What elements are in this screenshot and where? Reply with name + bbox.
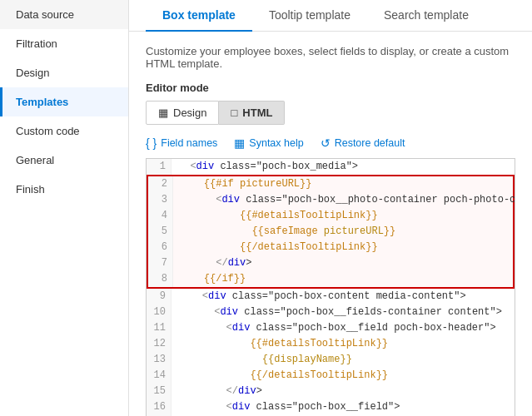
html-label: HTML — [242, 106, 272, 119]
sidebar-item-finish[interactable]: Finish — [0, 175, 128, 204]
toolbar: { } Field names ▦ Syntax help ↺ Restore … — [146, 136, 515, 150]
line-content: {{/detailsTooltipLink}} — [173, 240, 385, 255]
syntax-help-icon: ▦ — [234, 136, 245, 150]
html-mode-button[interactable]: □ HTML — [219, 101, 285, 125]
line-content: </div> — [173, 255, 258, 271]
line-number: 6 — [148, 240, 173, 255]
line-content: {{#detailsTooltipLink}} — [173, 208, 385, 224]
sidebar-item-general[interactable]: General — [0, 146, 128, 175]
html-icon: □ — [231, 106, 237, 119]
line-content: <div class="poch-box__field"> — [172, 399, 406, 415]
line-content: {{/detailsTooltipLink}} — [172, 368, 395, 384]
restore-default-button[interactable]: ↺ Restore default — [321, 136, 405, 150]
field-names-label: Field names — [161, 137, 217, 149]
code-line: 8 {{/if}} — [148, 271, 513, 287]
sidebar-item-design[interactable]: Design — [0, 58, 128, 87]
code-line: 7 </div> — [148, 255, 513, 271]
syntax-help-label: Syntax help — [249, 137, 303, 149]
line-number: 8 — [148, 271, 173, 287]
line-number: 7 — [148, 255, 173, 271]
line-content: {{#detailsTooltipLink}} — [172, 336, 395, 352]
line-number: 9 — [147, 289, 172, 305]
line-number: 1 — [147, 159, 172, 175]
editor-mode-buttons: ▦ Design □ HTML — [146, 101, 515, 125]
restore-icon: ↺ — [321, 136, 331, 150]
line-number: 16 — [147, 399, 172, 415]
code-line: 6 {{/detailsTooltipLink}} — [148, 240, 513, 255]
line-number: 10 — [147, 305, 172, 320]
tab-search[interactable]: Search template — [367, 0, 485, 32]
sidebar-item-filtration[interactable]: Filtration — [0, 29, 128, 58]
description-text: Customize your employee boxes, select fi… — [146, 45, 515, 70]
line-content: <div class="poch-box__field poch-box-hea… — [172, 320, 503, 336]
code-line: 5 {{safeImage pictureURL}} — [148, 224, 513, 240]
design-label: Design — [173, 106, 206, 119]
line-content: {{/if}} — [173, 271, 252, 287]
code-line: 9 <div class="poch-box-content media-con… — [147, 289, 515, 305]
code-line: 12 {{#detailsTooltipLink}} — [147, 336, 515, 352]
tab-box[interactable]: Box template — [146, 0, 252, 32]
code-line: 1 <div class="poch-box_media"> — [147, 159, 515, 175]
line-content: <div class="poch-box-content media-conte… — [172, 289, 473, 305]
line-content: <div class="poch-box__fields-container c… — [172, 305, 509, 320]
line-number: 13 — [147, 352, 172, 368]
main-content: Box templateTooltip templateSearch templ… — [129, 0, 532, 416]
sidebar-item-data-source[interactable]: Data source — [0, 0, 128, 29]
line-content: </div> — [172, 384, 269, 399]
line-number: 3 — [148, 192, 173, 208]
sidebar-item-custom-code[interactable]: Custom code — [0, 116, 128, 146]
code-line: 15 </div> — [147, 384, 515, 399]
highlighted-code-block: 2 {{#if pictureURL}}3 <div class="poch-b… — [147, 175, 515, 289]
design-icon: ▦ — [158, 106, 168, 119]
code-line: 10 <div class="poch-box__fields-containe… — [147, 305, 515, 320]
line-number: 5 — [148, 224, 173, 240]
line-number: 11 — [147, 320, 172, 336]
code-line: 3 <div class="poch-box__photo-container … — [148, 192, 513, 208]
restore-label: Restore default — [335, 137, 405, 149]
content-area: Customize your employee boxes, select fi… — [129, 32, 532, 416]
code-line: 11 <div class="poch-box__field poch-box-… — [147, 320, 515, 336]
sidebar-item-templates[interactable]: Templates — [0, 87, 128, 116]
tab-tooltip[interactable]: Tooltip template — [252, 0, 367, 32]
code-line: 14 {{/detailsTooltipLink}} — [147, 368, 515, 384]
code-line: 16 <div class="poch-box__field"> — [147, 399, 515, 415]
editor-mode-label: Editor mode — [146, 82, 515, 94]
design-mode-button[interactable]: ▦ Design — [146, 101, 219, 125]
line-number: 14 — [147, 368, 172, 384]
code-line: 2 {{#if pictureURL}} — [148, 176, 513, 192]
line-number: 15 — [147, 384, 172, 399]
line-number: 12 — [147, 336, 172, 352]
syntax-help-button[interactable]: ▦ Syntax help — [234, 136, 303, 150]
line-content: <div class="poch-box_media"> — [172, 159, 365, 175]
tab-bar: Box templateTooltip templateSearch templ… — [129, 0, 532, 32]
code-line: 4 {{#detailsTooltipLink}} — [148, 208, 513, 224]
line-content: {{safeImage pictureURL}} — [173, 224, 402, 240]
field-names-button[interactable]: { } Field names — [146, 136, 217, 150]
field-names-icon: { } — [146, 136, 157, 150]
line-number: 2 — [148, 176, 173, 192]
line-content: <div class="poch-box__photo-container po… — [173, 192, 515, 208]
code-editor[interactable]: 1 <div class="poch-box_media">2 {{#if pi… — [146, 158, 515, 416]
sidebar: Data sourceFiltrationDesignTemplatesCust… — [0, 0, 129, 416]
line-content: {{#if pictureURL}} — [173, 176, 318, 192]
line-number: 4 — [148, 208, 173, 224]
code-line: 13 {{displayName}} — [147, 352, 515, 368]
line-content: {{displayName}} — [172, 352, 359, 368]
